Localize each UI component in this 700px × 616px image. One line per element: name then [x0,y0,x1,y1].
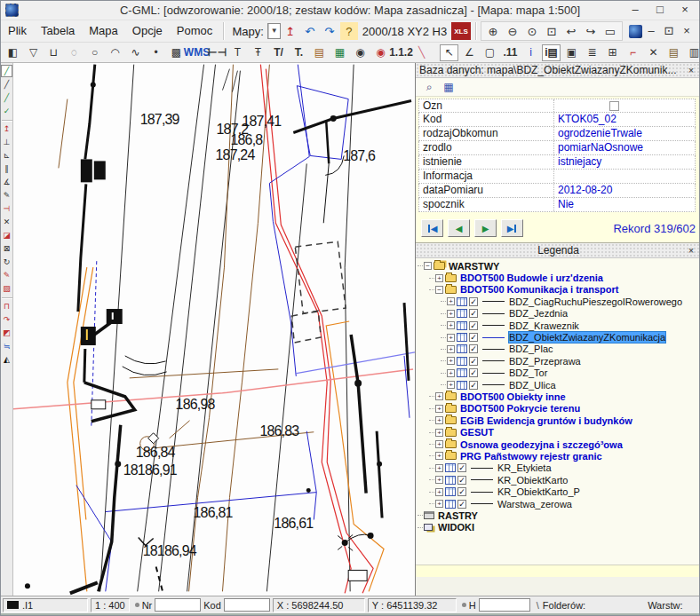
expand-icon[interactable]: + [435,476,443,484]
expand-icon[interactable]: + [435,464,443,472]
form-icon[interactable]: ▥ [685,44,700,61]
text-fraction-icon[interactable]: T/ [269,44,288,61]
field-value[interactable]: istniejacy [554,155,695,169]
record-next-button[interactable]: ▶ [474,219,497,237]
vertex-add-icon[interactable]: ⊓ [1,300,12,312]
help-icon[interactable]: ? [340,22,358,40]
dimension-icon[interactable]: ⊢⊣ [208,44,227,61]
expand-icon[interactable]: + [447,381,455,389]
zoom-point-icon[interactable]: ⊙ [523,22,541,40]
parallel-icon[interactable]: ∥ [1,162,12,175]
db-panel-close-icon[interactable]: × [685,63,697,77]
clipboard-icon[interactable]: ▤ [664,44,683,61]
symbol-y-red-icon[interactable]: ◉ [371,44,390,61]
expand-icon[interactable]: + [447,334,455,342]
draw-area-icon[interactable]: ▽ [24,44,43,61]
expand-icon[interactable]: + [447,297,455,305]
expand-icon[interactable]: + [435,274,443,282]
perpendicular-icon[interactable]: ⊾ [1,149,12,162]
db-row-datapomiaru[interactable]: dataPomiaru2012-08-20 [418,184,696,198]
vertex-move-icon[interactable]: ↷ [1,313,12,326]
field-value[interactable]: ogrodzenieTrwale [554,127,695,140]
symbol-table-icon[interactable]: ▤ [310,44,329,61]
draw-red-icon[interactable]: ✎ [1,269,12,281]
field-value[interactable]: KTOK05_02 [554,113,695,126]
mdi-minimize-button[interactable]: – [642,22,660,40]
measure-red-icon[interactable]: ⌐ [624,44,642,61]
table-icon[interactable]: ⊞ [603,44,622,61]
ozn-checkbox[interactable] [609,101,619,111]
nr-input[interactable] [155,598,201,612]
print-icon[interactable]: ▣ [562,44,581,61]
intersection-icon[interactable]: ✕ [1,216,12,228]
draw-open-area-icon[interactable]: ⊔ [44,44,63,61]
draw-circle-icon[interactable]: ○ [85,44,104,61]
layers-icon[interactable]: ≣ [583,44,601,61]
field-value[interactable] [554,99,695,112]
expand-icon[interactable]: + [447,310,455,318]
eraser-icon[interactable]: ╲ [412,44,431,61]
text-index-icon[interactable]: T. [290,44,308,61]
zoom-out-icon[interactable]: ⊖ [504,22,521,40]
map-viewport[interactable]: 187,39187,2187,41186,8187,24187,6186,981… [13,63,416,596]
menu-tabela[interactable]: Tabela [34,21,82,41]
field-value[interactable]: pomiarNaOsnowe [554,141,695,154]
hatch-area-icon[interactable]: ◪ [1,229,12,241]
legend-item-bdz-plac[interactable]: +✓BDZ_Plac [416,344,700,355]
legend-item-bdz-przeprawa[interactable]: +✓BDZ_Przeprawa [416,355,700,367]
kod-input[interactable] [224,598,270,612]
legend-item-bdot500-pokrycie-terenu[interactable]: +BDOT500 Pokrycie terenu [416,403,700,415]
legend-item-osnowa-geodezyjna-i-szczeg-owa[interactable]: +Osnowa geodezyjna i szczegó³owa [416,438,700,450]
h-input[interactable] [479,598,530,612]
zoom-prev-icon[interactable]: ↩ [562,22,580,40]
symbol-insert-icon[interactable]: ↥ [282,22,299,40]
map-canvas[interactable]: 187,39187,2187,41186,8187,24187,6186,981… [13,63,415,596]
menu-mapa[interactable]: Mapa [82,21,125,41]
accept-icon[interactable]: ✓ [1,105,12,117]
menu-opcje[interactable]: Opcje [125,21,170,41]
layer-visibility-checkbox[interactable]: ✓ [457,500,466,509]
maximize-button[interactable]: □ [648,1,672,19]
bw-icon[interactable]: ◭ [1,353,12,366]
field-value[interactable]: Nie [554,198,695,211]
close-button[interactable]: × [672,1,697,19]
layer-visibility-checkbox[interactable]: ✓ [469,357,478,366]
legend-item-bdz-jezdnia[interactable]: +✓BDZ_Jezdnia [416,308,700,320]
expand-icon[interactable]: + [435,440,443,448]
layer-visibility-checkbox[interactable]: ✓ [469,381,478,390]
db-row-informacja[interactable]: Informacja [418,170,696,184]
xls-export-icon[interactable]: XLS [451,22,471,40]
layer-visibility-checkbox[interactable]: ✓ [469,333,478,342]
undo-icon[interactable]: ↶ [301,22,319,40]
expand-icon[interactable]: + [435,500,443,508]
legend-item-egib-ewidencja-grunt-w-i-budynk-w[interactable]: +EGiB Ewidencja gruntów i budynków [416,415,700,426]
edit-line-icon[interactable]: ╱ [1,65,12,77]
zoom-extent-icon[interactable]: ▭ [601,22,619,40]
legend-panel-close-icon[interactable]: × [685,243,697,257]
expand-icon[interactable]: + [435,405,443,413]
minimize-button[interactable]: – [623,1,648,19]
mdi-close-button[interactable]: × [678,22,696,40]
sketch-icon[interactable]: ✎ [1,189,12,201]
expand-icon[interactable]: + [435,452,443,460]
record-prev-button[interactable]: ◀ [448,219,470,237]
layer-visibility-checkbox[interactable]: ✓ [469,297,478,306]
legend-item-bdot500-budowle-i-urz-dzenia[interactable]: +BDOT500 Budowle i urz'dzenia [416,272,700,283]
legend-item-bdz-ciagruchupieszegoirowerowego[interactable]: +✓BDZ_CiagRuchuPieszegoIRowerowego [416,296,700,307]
record-first-button[interactable]: ◀ [421,219,443,237]
point-height-icon[interactable]: ↥ [1,122,12,135]
chevron-down-icon[interactable]: ▼ [268,24,280,38]
area-red-icon[interactable]: ◩ [1,327,12,339]
layer-visibility-checkbox[interactable]: ✓ [469,309,478,318]
draw-curve-icon[interactable]: ∿ [126,44,145,61]
draw-filled-area-icon[interactable]: ◧ [4,44,22,61]
layer-visibility-checkbox[interactable]: ✓ [469,344,478,353]
text-icon[interactable]: T [228,44,247,61]
angle-icon[interactable]: ∡ [1,176,12,188]
zoom-window-icon[interactable]: ⊡ [543,22,561,40]
db-search-icon[interactable]: ⌕ [420,79,438,95]
select-arrow-icon[interactable]: ↖ [440,44,458,61]
point-size-icon[interactable]: .11 [501,44,520,61]
move-icon[interactable]: ⊠ [1,242,12,255]
info-icon[interactable]: i [521,44,540,61]
